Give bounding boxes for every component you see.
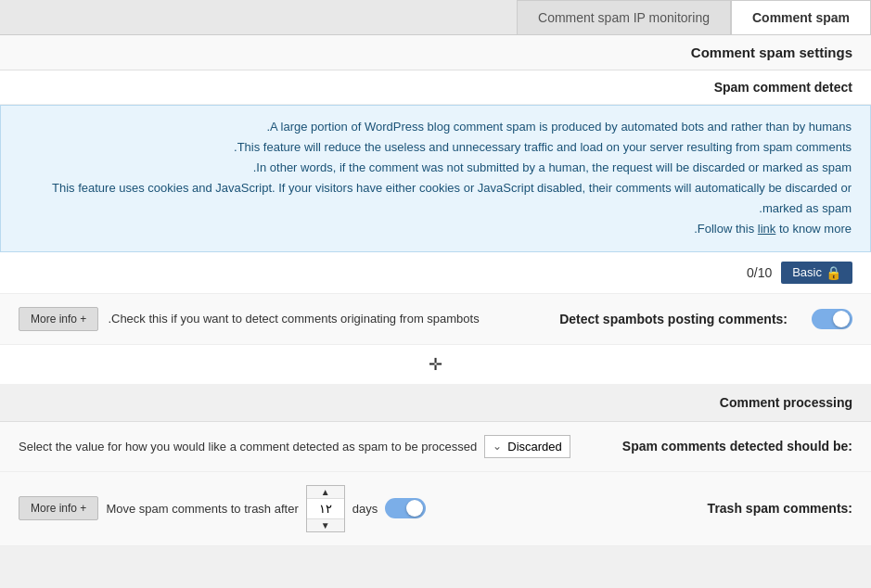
trash-spam-row: More info + Move spam comments to trash … <box>0 472 871 546</box>
days-value: ١٢ <box>307 498 344 519</box>
detect-spambots-row: More info + Check this if you want to de… <box>0 294 871 345</box>
drag-handle[interactable]: ✛ <box>0 345 871 384</box>
setting-row-right: Detect spambots posting comments: <box>559 312 788 326</box>
detect-spambots-label: Detect spambots posting comments: <box>559 312 788 326</box>
lock-icon: 🔒 <box>826 265 841 280</box>
info-line-4: This feature uses cookies and JavaScript… <box>19 178 852 219</box>
trash-row-right: Trash spam comments: <box>708 501 852 516</box>
spam-detect-subheader: Spam comment detect <box>0 70 871 105</box>
comment-processing-header: Comment processing <box>0 384 871 422</box>
spam-detected-dropdown[interactable]: ⌄ Discarded <box>484 435 570 458</box>
info-line-5: Follow this link to know more. <box>19 219 852 239</box>
more-info-button-trash[interactable]: More info + <box>19 496 98 520</box>
info-line-2: This feature will reduce the useless and… <box>19 137 852 158</box>
spam-detected-description: Select the value for how you would like … <box>19 440 477 454</box>
info-line-1: A large portion of WordPress blog commen… <box>19 117 852 137</box>
tab-comment-spam[interactable]: Comment spam <box>731 0 871 34</box>
basic-badge-label: Basic <box>792 265 822 279</box>
section-header-title: Comment spam settings <box>691 45 852 60</box>
trash-row-left: More info + Move spam comments to trash … <box>19 485 708 532</box>
trash-toggle[interactable] <box>385 498 426 518</box>
spam-comments-detected-row: Select the value for how you would like … <box>0 422 871 472</box>
days-label: days <box>352 502 378 516</box>
tab-bar: Comment spam IP monitoring Comment spam <box>0 0 871 35</box>
days-increment-button[interactable]: ▲ <box>307 486 344 498</box>
basic-badge: Basic 🔒 <box>781 262 852 284</box>
tab-ip-monitoring[interactable]: Comment spam IP monitoring <box>517 0 731 34</box>
dropdown-value: Discarded <box>507 440 562 454</box>
setting-row-left: More info + Check this if you want to de… <box>19 307 550 331</box>
days-decrement-button[interactable]: ▼ <box>307 519 344 531</box>
info-line-3: In other words, if the comment was not s… <box>19 158 852 178</box>
more-link[interactable]: link <box>758 222 776 236</box>
spambots-toggle[interactable] <box>812 309 852 329</box>
trash-spam-label: Trash spam comments: <box>708 501 852 516</box>
info-box: A large portion of WordPress blog commen… <box>0 105 871 252</box>
spam-detect-title: Spam comment detect <box>714 80 852 95</box>
trash-description: Move spam comments to trash after <box>106 502 298 516</box>
dropdown-row-right: Spam comments detected should be: <box>622 439 852 454</box>
score-row: 0/10 Basic 🔒 <box>0 252 871 294</box>
dropdown-arrow-icon: ⌄ <box>493 440 502 453</box>
dropdown-row-left: Select the value for how you would like … <box>19 435 622 458</box>
comment-processing-title: Comment processing <box>720 395 852 410</box>
toggle-slider-spambots <box>812 309 852 329</box>
more-info-button-spambots[interactable]: More info + <box>19 307 98 331</box>
spam-detected-label: Spam comments detected should be: <box>622 439 852 454</box>
days-number-input[interactable]: ▲ ١٢ ▼ <box>306 485 345 532</box>
section-header: Comment spam settings <box>0 35 871 70</box>
main-content: Comment spam settings Spam comment detec… <box>0 35 871 546</box>
toggle-slider-trash <box>385 498 426 518</box>
score-text: 0/10 <box>747 265 772 280</box>
spambots-description: Check this if you want to detect comment… <box>108 312 479 326</box>
